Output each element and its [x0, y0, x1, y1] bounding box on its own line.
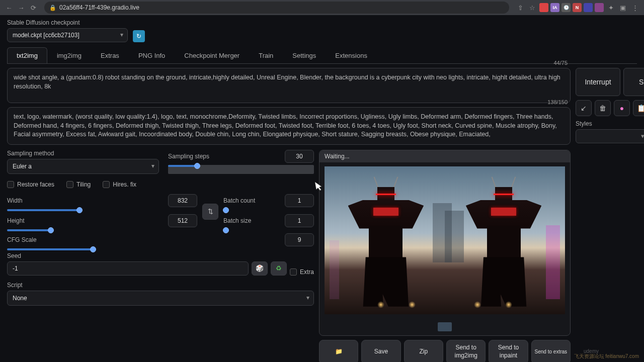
seed-input[interactable]: -1 — [7, 261, 249, 276]
palette-icon[interactable]: ● — [614, 100, 630, 116]
tab-extras[interactable]: Extras — [91, 47, 129, 63]
extension-icon[interactable] — [539, 3, 548, 12]
batch-size-label: Batch size — [223, 217, 251, 224]
tab-extensions[interactable]: Extensions — [326, 47, 377, 63]
batch-size-value[interactable]: 1 — [285, 214, 314, 227]
lock-icon: 🔒 — [49, 5, 56, 11]
thumbnails — [319, 318, 570, 335]
send-img2img-button[interactable]: Send to img2img — [446, 340, 486, 363]
negative-prompt-input[interactable]: text, logo, watermark, (worst quality, l… — [7, 107, 571, 145]
sampling-method-select[interactable]: Euler a — [7, 159, 159, 174]
tab-checkpoint-merger[interactable]: Checkpoint Merger — [175, 47, 249, 63]
height-value[interactable]: 512 — [168, 214, 197, 227]
width-label: Width — [7, 197, 23, 204]
thumbnail[interactable] — [438, 322, 452, 331]
watermark: 飞天资源论坛 feitianwu7.com — [574, 353, 639, 360]
height-label: Height — [7, 217, 25, 224]
trash-icon[interactable]: 🗑 — [595, 100, 611, 116]
panel-icon[interactable]: ▣ — [618, 3, 628, 13]
extension-icon[interactable]: IA — [550, 3, 559, 12]
extension-icon[interactable] — [584, 3, 593, 12]
styles-label: Styles — [576, 120, 644, 127]
interrupt-button[interactable]: Interrupt — [576, 68, 620, 96]
batch-count-label: Batch count — [223, 197, 255, 204]
prompt-token-count: 44/75 — [553, 60, 568, 66]
tabs: txt2img img2img Extras PNG Info Checkpoi… — [7, 47, 637, 64]
url-text: 02a56ff4-71ff-439e.gradio.live — [59, 4, 139, 11]
open-folder-button[interactable]: 📁 — [319, 340, 358, 363]
restore-faces-checkbox[interactable]: Restore faces — [7, 181, 54, 188]
zip-button[interactable]: Zip — [404, 340, 443, 363]
browser-bar: ← → ⟳ 🔒 02a56ff4-71ff-439e.gradio.live ⇧… — [0, 0, 644, 15]
tab-settings[interactable]: Settings — [283, 47, 326, 63]
star-icon[interactable]: ☆ — [527, 3, 537, 13]
seed-label: Seed — [7, 252, 249, 259]
send-extras-button[interactable]: Send to extras — [531, 340, 571, 363]
extension-icon[interactable]: N — [573, 3, 582, 12]
skip-button[interactable]: Skip — [623, 68, 644, 96]
checkpoint-refresh-button[interactable]: ↻ — [133, 30, 145, 42]
reload-button[interactable]: ⟳ — [28, 3, 38, 13]
sampling-steps-label: Sampling steps — [168, 153, 209, 160]
tab-pnginfo[interactable]: PNG Info — [129, 47, 175, 63]
tab-img2img[interactable]: img2img — [47, 47, 91, 63]
tab-txt2img[interactable]: txt2img — [7, 47, 47, 63]
swap-dims-button[interactable]: ⇅ — [202, 204, 218, 220]
extension-icon[interactable]: 🕒 — [561, 3, 571, 12]
save-button[interactable]: Save — [361, 340, 400, 363]
prompt-input[interactable]: wide shot angle, a (gundam:0.8) robot st… — [7, 68, 571, 103]
tiling-checkbox[interactable]: Tiling — [66, 181, 91, 188]
clipboard-icon[interactable]: 📋 — [633, 100, 644, 116]
menu-icon[interactable]: ⋮ — [630, 3, 640, 13]
script-label: Script — [7, 282, 314, 289]
script-select[interactable]: None — [7, 291, 314, 306]
sampling-steps-value[interactable]: 30 — [285, 150, 314, 163]
back-button[interactable]: ← — [4, 3, 14, 13]
arrow-icon[interactable]: ↙ — [576, 100, 592, 116]
seed-recycle-button[interactable]: ♻ — [271, 261, 287, 276]
forward-button[interactable]: → — [16, 3, 26, 13]
cfg-value[interactable]: 9 — [285, 233, 314, 246]
checkpoint-label: Stable Diffusion checkpoint — [7, 19, 128, 26]
preview-image: ✕ — [319, 162, 570, 318]
extension-icon[interactable] — [595, 3, 604, 12]
styles-select[interactable] — [576, 129, 644, 143]
sampling-method-label: Sampling method — [7, 150, 159, 157]
batch-count-value[interactable]: 1 — [285, 194, 314, 207]
seed-extra-checkbox[interactable]: Extra — [290, 268, 314, 276]
extensions-icon[interactable]: ✦ — [606, 3, 616, 13]
checkpoint-select[interactable]: model.ckpt [cc6cb27103] — [7, 28, 128, 42]
tab-train[interactable]: Train — [249, 47, 283, 63]
preview-status: Waiting... — [319, 150, 570, 162]
url-bar[interactable]: 🔒 02a56ff4-71ff-439e.gradio.live — [44, 2, 509, 14]
cfg-label: CFG Scale — [7, 236, 37, 243]
send-inpaint-button[interactable]: Send to inpaint — [489, 340, 528, 363]
seed-random-button[interactable]: 🎲 — [252, 261, 268, 276]
sampling-steps-slider[interactable] — [168, 165, 314, 174]
preview-panel: Waiting... ✕ — [319, 150, 571, 336]
share-icon[interactable]: ⇧ — [515, 3, 525, 13]
watermark2: udemy — [584, 348, 599, 354]
width-value[interactable]: 832 — [168, 194, 197, 207]
hires-fix-checkbox[interactable]: Hires. fix — [103, 181, 136, 188]
neg-prompt-token-count: 138/150 — [547, 99, 568, 105]
